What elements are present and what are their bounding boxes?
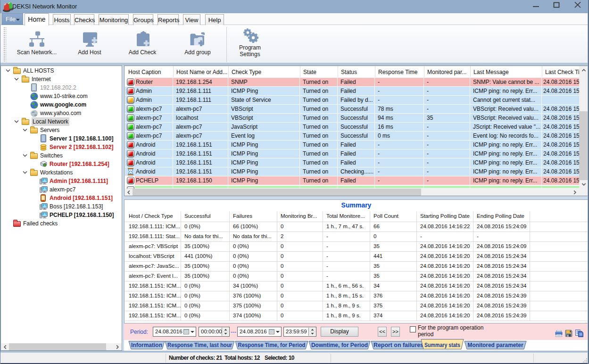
svg-text:Summary stats: Summary stats <box>424 342 460 348</box>
svg-text:Downtime, for Period: Downtime, for Period <box>311 342 368 348</box>
svg-text:Report on failures: Report on failures <box>373 342 423 348</box>
svg-text:Information: Information <box>131 342 162 348</box>
svg-text:Response Time, last hour: Response Time, last hour <box>167 342 232 348</box>
svg-text:Response Time, for Period: Response Time, for Period <box>238 342 306 348</box>
svg-text:Monitored parameter: Monitored parameter <box>468 342 523 348</box>
